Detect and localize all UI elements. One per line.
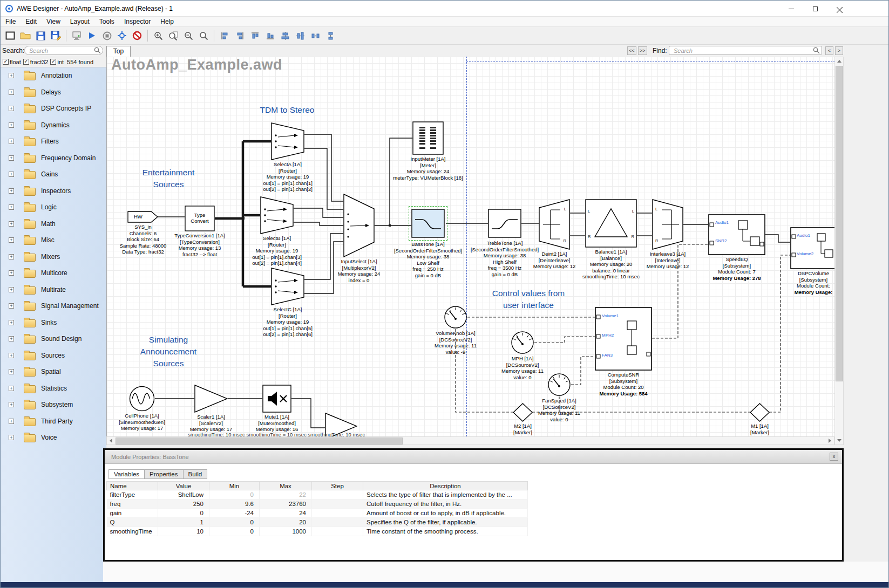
expand-icon[interactable] — [9, 221, 14, 227]
align-center-vertical-icon[interactable] — [293, 29, 308, 43]
sidebar-item-inspectors[interactable]: Inspectors — [1, 183, 106, 200]
sidebar-item-multirate[interactable]: Multirate — [1, 282, 106, 298]
zoom-in-icon[interactable] — [151, 29, 166, 43]
cell-value[interactable]: 10 — [158, 527, 209, 536]
sidebar-item-multicore[interactable]: Multicore — [1, 265, 106, 282]
panel-close-icon[interactable]: x — [830, 453, 838, 461]
scroll-down-icon[interactable] — [835, 436, 843, 445]
module-fanspeed[interactable]: FanSpeed [1A][DCSourceV2]Memory usage: 1… — [547, 373, 571, 396]
open-icon[interactable] — [18, 29, 33, 43]
tab-build[interactable]: Build — [183, 469, 208, 479]
module-selectb[interactable]: SelectB [1A][Router]Memory usage: 19out[… — [260, 196, 294, 234]
expand-icon[interactable] — [9, 106, 14, 111]
expand-icon[interactable] — [9, 270, 14, 276]
module-mph[interactable]: MPH [1A][DCSourceV2]Memory usage: 11valu… — [511, 331, 534, 354]
find-input[interactable] — [669, 46, 822, 55]
menu-view[interactable]: View — [42, 17, 65, 26]
sidebar-item-math[interactable]: Math — [1, 216, 106, 233]
scroll-left-icon[interactable] — [107, 437, 115, 445]
module-cellphone[interactable]: CellPhone [1A][SineSmoothedGen]Memory us… — [129, 386, 155, 412]
connect-server-icon[interactable] — [69, 29, 84, 43]
sidebar-item-signal-management[interactable]: Signal Management — [1, 298, 106, 314]
module-m2[interactable]: M2 [1A][Marker] — [513, 403, 533, 422]
int-checkbox[interactable] — [50, 59, 56, 65]
module-dspcvolume[interactable]: Audio1 Volume2 DSPCVolume[Subsystem]Modu… — [790, 227, 834, 269]
search-input[interactable] — [24, 46, 103, 55]
save-as-icon[interactable] — [48, 29, 63, 43]
run-icon[interactable] — [84, 29, 99, 43]
expand-icon[interactable] — [9, 188, 14, 194]
sidebar-item-sound-design[interactable]: Sound Design — [1, 331, 106, 347]
module-selecta[interactable]: SelectA [1A][Router]Memory usage: 19out[… — [271, 122, 304, 160]
sidebar-item-mixers[interactable]: Mixers — [1, 249, 106, 265]
expand-icon[interactable] — [9, 90, 14, 95]
menu-file[interactable]: File — [1, 17, 21, 26]
expand-icon[interactable] — [9, 402, 14, 407]
expand-icon[interactable] — [9, 435, 14, 440]
halt-icon[interactable] — [130, 29, 145, 43]
canvas-horizontal-scrollbar[interactable] — [106, 436, 834, 445]
module-deint2[interactable]: L R Deint2 [1A][Deinterleave]Memory usag… — [539, 199, 570, 250]
menu-edit[interactable]: Edit — [21, 17, 42, 26]
expand-icon[interactable] — [9, 73, 14, 78]
fract32-checkbox[interactable] — [23, 59, 29, 65]
module-typeconversion1[interactable]: TypeConvert TypeConversion1 [1A][TypeCon… — [185, 206, 215, 231]
module-trebletone[interactable]: TrebleTone [1A][SecondOrderFilterSmoothe… — [488, 209, 521, 238]
expand-icon[interactable] — [9, 172, 14, 177]
module-inputmeter[interactable]: InputMeter [1A][Meter]Memory usage: 24me… — [412, 121, 444, 155]
vertical-scroll-thumb[interactable] — [836, 66, 843, 381]
expand-icon[interactable] — [9, 204, 14, 210]
new-design-icon[interactable] — [3, 29, 18, 43]
save-icon[interactable] — [33, 29, 48, 43]
find-next-all-button[interactable]: >> — [638, 46, 647, 55]
module-selectc[interactable]: SelectC [1A][Router]Memory usage: 19out[… — [271, 268, 304, 305]
align-center-horizontal-icon[interactable] — [277, 29, 293, 43]
align-bottom-icon[interactable] — [262, 29, 277, 43]
space-vertical-icon[interactable] — [323, 29, 338, 43]
find-prev-all-button[interactable]: << — [627, 46, 636, 55]
annotation-tdm-to-stereo[interactable]: TDM to Stereo — [260, 104, 315, 116]
sidebar-item-logic[interactable]: Logic — [1, 199, 106, 216]
expand-icon[interactable] — [9, 155, 14, 161]
find-next-button[interactable]: > — [835, 46, 843, 55]
scroll-up-icon[interactable] — [835, 57, 843, 65]
module-scaler1[interactable]: Scaler1 [1A][ScalerV2]Memory usage: 17 — [194, 385, 228, 413]
module-m1[interactable]: M1 [1A][Marker] — [750, 403, 770, 422]
align-top-icon[interactable] — [247, 29, 262, 43]
sidebar-item-dynamics[interactable]: Dynamics — [1, 117, 106, 134]
expand-icon[interactable] — [9, 139, 14, 144]
cell-value[interactable]: 0 — [158, 509, 209, 518]
space-horizontal-icon[interactable] — [308, 29, 323, 43]
tab-properties[interactable]: Properties — [144, 469, 183, 479]
tab-variables[interactable]: Variables — [108, 469, 145, 479]
expand-icon[interactable] — [9, 369, 14, 374]
zoom-fit-icon[interactable] — [166, 29, 181, 43]
annotation-announcement-sources[interactable]: SimulatingAnnouncementSources — [140, 334, 196, 370]
sidebar-item-delays[interactable]: Delays — [1, 84, 106, 101]
zoom-out-icon[interactable] — [181, 29, 196, 43]
profile-icon[interactable] — [114, 29, 130, 43]
sidebar-item-subsystem[interactable]: Subsystem — [1, 396, 106, 413]
module-volumeknob[interactable]: VolumeKnob [1A][DCSourceV2]Memory usage:… — [444, 305, 467, 329]
sidebar-item-gains[interactable]: Gains — [1, 166, 106, 183]
expand-icon[interactable] — [9, 287, 14, 292]
sidebar-item-third-party[interactable]: Third Party — [1, 413, 106, 430]
align-left-icon[interactable] — [217, 29, 232, 43]
maximize-button[interactable] — [803, 1, 827, 17]
cell-value[interactable]: 1 — [158, 518, 209, 527]
cell-value[interactable]: 250 — [158, 500, 209, 509]
find-prev-button[interactable]: < — [825, 46, 833, 55]
properties-header[interactable]: Module Properties: BassTone x — [105, 450, 842, 464]
sidebar-item-statistics[interactable]: Statistics — [1, 380, 106, 397]
expand-icon[interactable] — [9, 320, 14, 325]
expand-icon[interactable] — [9, 386, 14, 391]
module-basstone[interactable]: BassTone [1A][SecondOrderFilterSmoothed]… — [411, 209, 445, 238]
sidebar-item-frequency-domain[interactable]: Frequency Domain — [1, 150, 106, 167]
expand-icon[interactable] — [9, 353, 14, 358]
sidebar-item-annotation[interactable]: Annotation — [1, 67, 106, 84]
expand-icon[interactable] — [9, 122, 14, 128]
st op-icon[interactable] — [99, 29, 114, 43]
sidebar-item-filters[interactable]: Filters — [1, 133, 106, 150]
menu-help[interactable]: Help — [155, 17, 179, 26]
float-checkbox[interactable] — [3, 59, 9, 65]
